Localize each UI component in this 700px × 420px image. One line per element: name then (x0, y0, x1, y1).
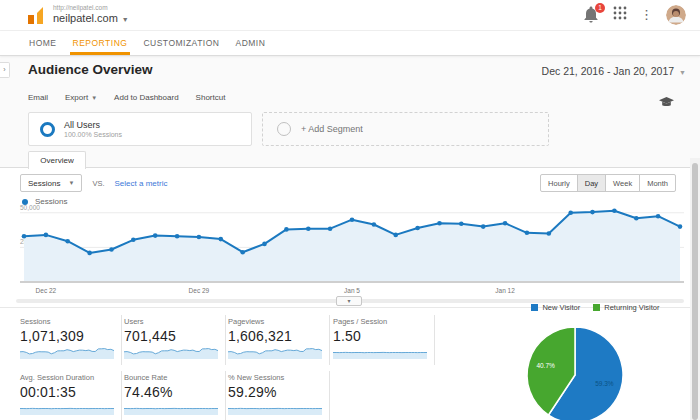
main-nav: HOME REPORTING CUSTOMIZATION ADMIN (0, 31, 700, 56)
chevron-down-icon: ▼ (68, 180, 74, 186)
granularity-week[interactable]: Week (605, 174, 640, 192)
shortcut-button[interactable]: Shortcut (196, 93, 226, 102)
ga-audience-overview-screen: http://neilpatel.com neilpatel.com▼ 1 (0, 0, 700, 420)
pie-legend: New Visitor Returning Visitor (498, 303, 693, 312)
svg-text:Dec 29: Dec 29 (189, 287, 210, 294)
granularity-month[interactable]: Month (639, 174, 676, 192)
chevron-down-icon: ▼ (91, 95, 97, 101)
date-range-picker[interactable]: Dec 21, 2016 - Jan 20, 2017▼ (542, 65, 686, 77)
swatch-icon (531, 304, 538, 311)
account-selector[interactable]: neilpatel.com▼ (53, 12, 129, 24)
card-value: 1,071,309 (20, 328, 115, 344)
granularity-day[interactable]: Day (577, 174, 606, 192)
card-label: Bounce Rate (124, 373, 219, 382)
education-button[interactable] (659, 94, 674, 112)
segment-all-users[interactable]: All Users 100.00% Sessions (28, 112, 252, 146)
sparkline (124, 402, 218, 415)
svg-text:59.3%: 59.3% (595, 380, 614, 387)
card-label: Sessions (20, 317, 115, 326)
segment-detail: 100.00% Sessions (64, 131, 122, 138)
card-value: 1.50 (333, 328, 428, 344)
card-label: Pages / Session (333, 317, 428, 326)
card-users[interactable]: Users 701,445 (122, 315, 226, 365)
account-url: http://neilpatel.com (53, 4, 108, 11)
card-bounce-rate[interactable]: Bounce Rate 74.46% (122, 371, 226, 420)
email-button[interactable]: Email (28, 93, 48, 102)
svg-text:Dec 22: Dec 22 (36, 287, 57, 294)
graduation-cap-icon (659, 97, 674, 108)
card-new-sessions[interactable]: % New Sessions 59.29% (226, 371, 330, 420)
card-value: 1,606,321 (228, 328, 323, 344)
google-analytics-logo-icon (28, 7, 47, 28)
chevron-down-icon: ▼ (122, 16, 129, 23)
granularity-control: Hourly Day Week Month (540, 174, 676, 192)
sparkline (20, 402, 114, 415)
svg-text:Jan 12: Jan 12 (495, 287, 515, 294)
visitor-type-pie-chart[interactable]: 59.3%40.7% (505, 320, 650, 420)
more-options-button[interactable]: ⋮ (640, 6, 653, 24)
svg-text:40.7%: 40.7% (536, 362, 555, 369)
nav-customization[interactable]: CUSTOMIZATION (140, 31, 222, 55)
svg-text:Jan 5: Jan 5 (344, 287, 360, 294)
segment-ring-icon (40, 122, 55, 137)
vs-label: VS. (92, 179, 104, 188)
card-value: 00:01:35 (20, 384, 115, 400)
sparkline (228, 402, 322, 415)
top-account-bar: http://neilpatel.com neilpatel.com▼ 1 (0, 0, 700, 31)
user-photo-icon (666, 5, 686, 25)
metric-dropdown[interactable]: Sessions▼ (20, 174, 82, 192)
card-sessions[interactable]: Sessions 1,071,309 (18, 315, 122, 365)
notification-badge: 1 (595, 3, 605, 13)
add-segment-label: + Add Segment (301, 124, 363, 134)
page-title: Audience Overview (28, 62, 153, 77)
nav-reporting[interactable]: REPORTING (70, 31, 131, 55)
avatar[interactable] (666, 5, 686, 25)
swatch-icon (593, 304, 600, 311)
card-label: Users (124, 317, 219, 326)
card-label: Pageviews (228, 317, 323, 326)
sessions-line-chart[interactable]: 25,00050,000Dec 22Dec 29Jan 5Jan 12 (16, 205, 688, 297)
card-label: Avg. Session Duration (20, 373, 115, 382)
tab-overview[interactable]: Overview (28, 151, 86, 169)
legend-dot-icon (22, 199, 28, 205)
sparkline (20, 346, 114, 359)
notifications-button[interactable]: 1 (584, 6, 600, 24)
sparkline (228, 346, 322, 359)
empty-ring-icon (277, 122, 291, 136)
card-pageviews[interactable]: Pageviews 1,606,321 (226, 315, 330, 365)
select-a-metric-link[interactable]: Select a metric (115, 179, 168, 188)
add-to-dashboard-button[interactable]: Add to Dashboard (114, 93, 179, 102)
card-value: 701,445 (124, 328, 219, 344)
vertical-scrollbar-thumb[interactable] (692, 163, 698, 420)
card-pages-per-session[interactable]: Pages / Session 1.50 (331, 315, 435, 365)
card-value: 74.46% (124, 384, 219, 400)
apps-grid-button[interactable] (613, 6, 627, 24)
nav-home[interactable]: HOME (26, 31, 60, 55)
legend-new-visitor: New Visitor (531, 303, 580, 312)
add-segment-button[interactable]: + Add Segment (262, 112, 549, 146)
card-value: 59.29% (228, 384, 323, 400)
card-avg-session-duration[interactable]: Avg. Session Duration 00:01:35 (18, 371, 122, 420)
card-label: % New Sessions (228, 373, 323, 382)
legend-returning-visitor: Returning Visitor (593, 303, 659, 312)
report-toolbar: Email Export▼ Add to Dashboard Shortcut (28, 93, 225, 102)
segment-name: All Users (64, 120, 122, 130)
svg-text:50,000: 50,000 (20, 205, 40, 211)
granularity-hourly[interactable]: Hourly (540, 174, 578, 192)
chart-expand-button[interactable]: ▾ (336, 296, 362, 306)
chevron-down-icon: ▼ (679, 69, 686, 76)
export-button[interactable]: Export▼ (65, 93, 97, 102)
sidebar-expand-handle[interactable]: › (0, 62, 10, 78)
nav-admin[interactable]: ADMIN (232, 31, 268, 55)
sparkline (124, 346, 218, 359)
apps-grid-icon (613, 6, 627, 20)
sparkline (333, 346, 427, 359)
